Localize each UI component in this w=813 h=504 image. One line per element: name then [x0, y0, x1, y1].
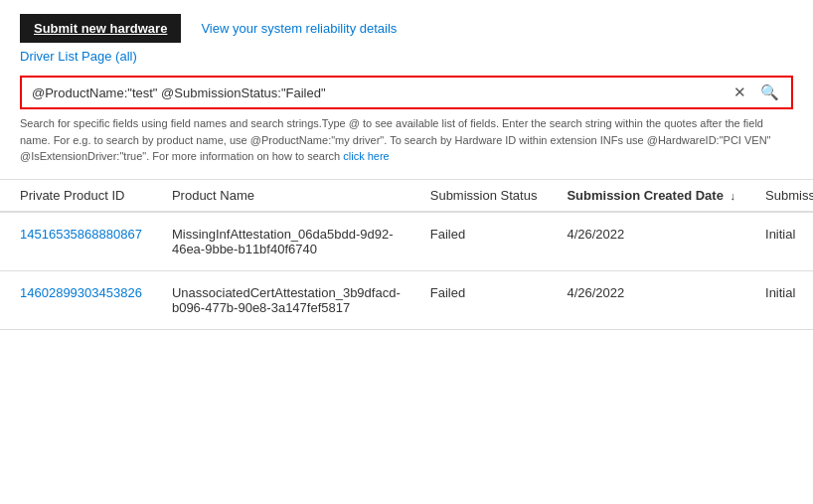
cell-sub-created: 4/26/2022: [547, 212, 745, 271]
search-submit-button[interactable]: 🔍: [758, 84, 781, 101]
cell-sub-type: Initial: [745, 270, 813, 329]
cell-sub-type: Initial: [745, 212, 813, 271]
table-header-row: Private Product ID Product Name Submissi…: [0, 179, 813, 212]
driver-list-link[interactable]: Driver List Page (all): [20, 49, 813, 64]
cell-product-name: MissingInfAttestation_06da5bdd-9d92-46ea…: [152, 212, 410, 271]
col-header-private-id: Private Product ID: [0, 179, 152, 212]
submissions-table: Private Product ID Product Name Submissi…: [0, 179, 813, 330]
search-help-text: Search for specific fields using field n…: [20, 115, 793, 165]
submit-new-hardware-button[interactable]: Submit new hardware: [20, 14, 181, 43]
page-header: Submit new hardware View your system rel…: [0, 0, 813, 49]
cell-sub-status: Failed: [410, 270, 548, 329]
search-input[interactable]: [32, 85, 732, 100]
cell-sub-created: 4/26/2022: [547, 270, 745, 329]
clear-search-button[interactable]: ✕: [732, 84, 748, 101]
reliability-link[interactable]: View your system reliability details: [201, 21, 397, 36]
col-header-sub-created[interactable]: Submission Created Date ↓: [547, 179, 745, 212]
cell-product-name: UnassociatedCertAttestation_3b9dfacd-b09…: [152, 270, 410, 329]
search-help-link[interactable]: click here: [343, 150, 389, 162]
table-row: 14516535868880867 MissingInfAttestation_…: [0, 212, 813, 271]
search-actions: ✕ 🔍: [732, 84, 781, 101]
col-header-sub-type: Submission Type: [745, 179, 813, 212]
col-header-sub-status: Submission Status: [410, 179, 548, 212]
sort-arrow-icon: ↓: [731, 190, 736, 202]
search-container: ✕ 🔍: [20, 76, 793, 109]
table-row: 14602899303453826 UnassociatedCertAttest…: [0, 270, 813, 329]
cell-private-id[interactable]: 14516535868880867: [0, 212, 152, 271]
cell-sub-status: Failed: [410, 212, 548, 271]
cell-private-id[interactable]: 14602899303453826: [0, 270, 152, 329]
col-header-product-name: Product Name: [152, 179, 410, 212]
